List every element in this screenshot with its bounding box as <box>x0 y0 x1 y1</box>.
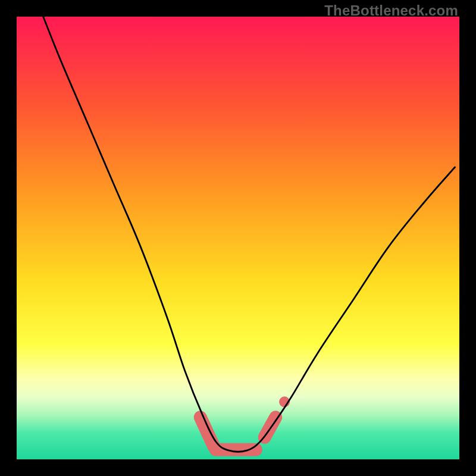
watermark-label: TheBottleneck.com <box>324 2 458 19</box>
chart-svg <box>17 17 459 459</box>
gradient-background <box>17 17 459 459</box>
chart-frame: TheBottleneck.com <box>0 0 476 476</box>
plot-area <box>17 17 459 459</box>
